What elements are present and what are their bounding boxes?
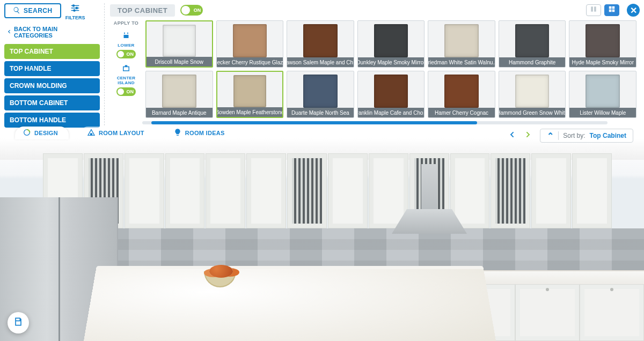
- sort-value: Top Cabinet: [590, 132, 626, 139]
- swatch[interactable]: Friedman White Satin Walnu…: [428, 20, 495, 68]
- swatch-label: Hammond Green Snow White: [499, 108, 566, 117]
- swatch-preview: [162, 75, 196, 108]
- apply-target-name: CENTER ISLAND: [110, 76, 142, 85]
- tab-design[interactable]: DESIGN: [15, 127, 69, 139]
- swatch[interactable]: Becker Cherry Rustique Glaze: [216, 20, 284, 68]
- category-item[interactable]: TOP HANDLE: [4, 61, 100, 76]
- save-button[interactable]: [8, 312, 29, 333]
- swatch-preview: [163, 25, 196, 57]
- swatch-preview: [586, 24, 620, 57]
- category-item[interactable]: BOTTOM HANDLE: [4, 113, 100, 128]
- sliders-icon: [69, 3, 82, 14]
- swatch-label: Becker Cherry Rustique Glaze: [217, 57, 283, 67]
- category-item[interactable]: TOP CABINET: [4, 44, 100, 59]
- close-icon: ✕: [630, 5, 637, 16]
- swatch-label: Duarte Maple North Sea: [287, 108, 354, 117]
- swatch-label: Bowden Maple Featherstone: [217, 107, 283, 117]
- svg-rect-8: [612, 10, 615, 12]
- apply-target-toggle[interactable]: ON: [116, 87, 136, 96]
- svg-rect-7: [609, 10, 612, 12]
- filters-label: FILTERS: [65, 15, 85, 20]
- swatch[interactable]: Dawson Salem Maple and Ch…: [287, 20, 354, 68]
- svg-point-2: [74, 10, 75, 11]
- category-item[interactable]: BOTTOM CABINET: [4, 95, 100, 110]
- columns-icon: [590, 5, 597, 15]
- tab-icon: [23, 128, 31, 138]
- search-button[interactable]: SEARCH: [4, 3, 61, 18]
- tab-room-layout[interactable]: ROOM LAYOUT: [79, 127, 155, 139]
- swatch-label: Lister Willow Maple: [569, 108, 636, 117]
- swatch-preview: [374, 24, 408, 57]
- swatch-label: Barnard Maple Antique: [146, 108, 213, 117]
- search-icon: [13, 6, 20, 16]
- scrollbar-thumb[interactable]: [151, 121, 477, 124]
- swatch[interactable]: Hammond Green Snow White: [499, 71, 566, 118]
- sort-dropdown[interactable]: ⌃ Sort by: Top Cabinet: [540, 129, 633, 143]
- back-to-main-label: BACK TO MAIN CATEGORIES: [14, 26, 98, 39]
- swatch-preview: [303, 75, 338, 108]
- swatch-scrollbar[interactable]: [142, 121, 608, 124]
- tab-label: DESIGN: [34, 130, 58, 136]
- svg-rect-11: [125, 65, 128, 67]
- swatch-label: Dawson Salem Maple and Ch…: [287, 57, 354, 67]
- tab-icon: [173, 128, 182, 138]
- kitchen-island: [82, 266, 497, 341]
- swatch[interactable]: Barnard Maple Antique: [145, 71, 213, 118]
- swatch[interactable]: Hammond Graphite: [499, 20, 566, 68]
- toggle-label: ON: [127, 51, 134, 57]
- swatch-label: Dunkley Maple Smoky Mirror: [358, 57, 425, 67]
- swatch[interactable]: Lister Willow Maple: [569, 71, 636, 118]
- svg-rect-9: [124, 35, 129, 38]
- swatch[interactable]: Hyde Maple Smoky Mirror: [569, 20, 636, 68]
- view-grid-button[interactable]: [604, 4, 619, 16]
- swatch-preview: [374, 75, 408, 108]
- swatch-preview: [586, 75, 620, 108]
- tab-label: ROOM IDEAS: [185, 130, 225, 136]
- swatch[interactable]: Driscoll Maple Snow: [145, 20, 213, 68]
- toggle-knob: [118, 88, 124, 95]
- swatch-label: Hamer Cherry Cognac: [428, 108, 495, 117]
- panel-toggle[interactable]: ON: [180, 5, 203, 16]
- tab-label: ROOM LAYOUT: [99, 130, 144, 136]
- panel-title: TOP CABINET: [110, 4, 175, 17]
- category-item[interactable]: CROWN MOLDING: [4, 78, 100, 93]
- back-to-main-link[interactable]: BACK TO MAIN CATEGORIES: [4, 20, 100, 44]
- swatch[interactable]: Franklin Maple Cafe and Cho…: [357, 71, 425, 118]
- next-button[interactable]: [524, 130, 535, 141]
- swatch-preview: [444, 24, 479, 57]
- swatch[interactable]: Bowden Maple Featherstone: [216, 71, 284, 118]
- divider: [558, 131, 559, 140]
- apply-target-icon: [120, 65, 132, 74]
- svg-rect-5: [609, 6, 612, 9]
- save-icon: [13, 316, 24, 329]
- swatch-preview: [515, 24, 550, 57]
- tab-icon: [87, 128, 96, 138]
- toggle-knob: [118, 51, 124, 57]
- swatch[interactable]: Duarte Maple North Sea: [287, 71, 354, 118]
- svg-rect-10: [123, 67, 129, 71]
- range-hood: [392, 164, 467, 244]
- chevron-left-icon: [6, 29, 12, 35]
- svg-rect-4: [594, 6, 596, 11]
- apply-to-label: APPLY TO: [110, 20, 142, 26]
- apply-target-name: LOWER: [110, 43, 142, 48]
- filters-button[interactable]: FILTERS: [65, 3, 85, 20]
- swatch[interactable]: Dunkley Maple Smoky Mirror: [357, 20, 425, 68]
- svg-rect-6: [612, 6, 615, 9]
- swatch-preview: [233, 24, 267, 57]
- swatch-label: Driscoll Maple Snow: [147, 57, 212, 66]
- tab-room-ideas[interactable]: ROOM IDEAS: [166, 127, 236, 139]
- toggle-label: ON: [194, 8, 201, 13]
- toggle-label: ON: [127, 89, 134, 94]
- view-list-button[interactable]: [586, 4, 601, 16]
- svg-point-1: [76, 8, 78, 9]
- sort-prefix: Sort by:: [563, 132, 585, 139]
- swatch-label: Hyde Maple Smoky Mirror: [569, 57, 636, 67]
- apply-target-icon: [120, 32, 132, 41]
- apply-target-toggle[interactable]: ON: [116, 50, 136, 58]
- close-panel-button[interactable]: ✕: [627, 4, 640, 17]
- swatch[interactable]: Hamer Cherry Cognac: [428, 71, 495, 118]
- svg-rect-3: [591, 6, 593, 11]
- swatch-preview: [515, 75, 550, 108]
- prev-button[interactable]: [508, 130, 518, 141]
